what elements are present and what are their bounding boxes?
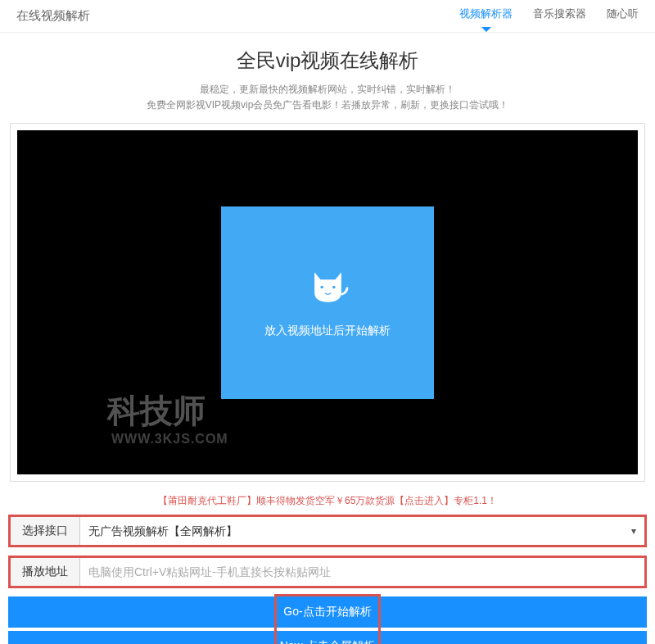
url-label: 播放地址: [11, 558, 80, 586]
nav-video-parser[interactable]: 视频解析器: [459, 7, 513, 25]
header: 在线视频解析 视频解析器 音乐搜索器 随心听: [0, 0, 655, 33]
go-button[interactable]: Go-点击开始解析: [8, 596, 647, 628]
svg-point-0: [320, 286, 323, 289]
placeholder-text: 放入视频地址后开始解析: [264, 324, 391, 338]
button-row: Go-点击开始解析 New-点击全屏解析: [8, 596, 647, 644]
video-container: 放入视频地址后开始解析 科技师 WWW.3KJS.COM: [17, 130, 638, 474]
interface-row: 选择接口 无广告视频解析【全网解析】: [8, 515, 647, 547]
select-wrapper: 无广告视频解析【全网解析】: [80, 517, 644, 545]
subtitle-line2: 免费全网影视VIP视频vip会员免广告看电影！若播放异常，刷新，更换接口尝试哦！: [0, 98, 655, 113]
cat-icon: [305, 266, 350, 307]
url-input[interactable]: [80, 558, 644, 586]
subtitle-line1: 最稳定，更新最快的视频解析网站，实时纠错，实时解析！: [0, 82, 655, 98]
watermark-main: 科技师: [107, 388, 206, 433]
interface-select[interactable]: 无广告视频解析【全网解析】: [80, 517, 644, 545]
new-button[interactable]: New-点击全屏解析: [8, 631, 647, 644]
subtitle: 最稳定，更新最快的视频解析网站，实时纠错，实时解析！ 免费全网影视VIP视频vi…: [0, 82, 655, 113]
video-wrapper: 放入视频地址后开始解析 科技师 WWW.3KJS.COM: [10, 123, 645, 482]
promo-text[interactable]: 【莆田耐克代工鞋厂】顺丰得物发货空军￥65万款货源【点击进入】专柜1.1！: [0, 494, 655, 508]
svg-point-1: [332, 286, 335, 289]
page-title: 全民vip视频在线解析: [0, 48, 655, 74]
interface-label: 选择接口: [11, 517, 80, 545]
site-title: 在线视频解析: [16, 8, 90, 24]
nav-listen[interactable]: 随心听: [607, 7, 639, 25]
nav-music-search[interactable]: 音乐搜索器: [533, 7, 586, 25]
url-row: 播放地址: [8, 556, 647, 588]
watermark-sub: WWW.3KJS.COM: [111, 432, 228, 447]
video-placeholder[interactable]: 放入视频地址后开始解析: [221, 206, 434, 399]
nav: 视频解析器 音乐搜索器 随心听: [459, 7, 639, 25]
